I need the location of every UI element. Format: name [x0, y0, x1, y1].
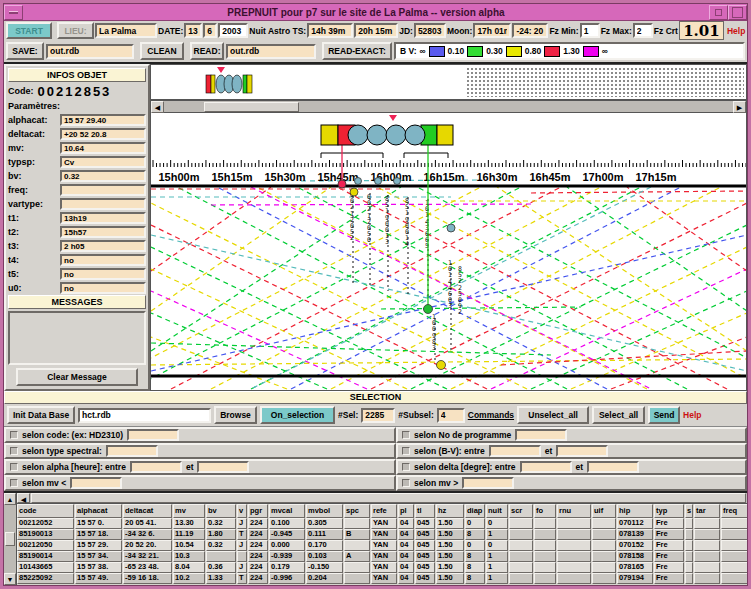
object-param-field[interactable]: no — [60, 268, 146, 280]
send-button[interactable]: Send — [648, 406, 680, 424]
table-header-cell[interactable]: spc — [344, 504, 370, 518]
table-row[interactable]: 8519001415 57 34.-34 32 21.10.3224-0.939… — [17, 551, 747, 562]
restore-button[interactable] — [709, 5, 728, 20]
lieu-input[interactable] — [95, 23, 157, 38]
table-header-cell[interactable]: uif — [592, 504, 616, 518]
minimize-button[interactable] — [4, 5, 23, 20]
table-scroll-left-icon[interactable]: ◀ — [17, 493, 30, 503]
table-hscrollbar[interactable]: ◀ — [17, 493, 747, 504]
commands-menu[interactable]: Commands — [468, 410, 514, 420]
criteria-input[interactable] — [587, 461, 639, 473]
scroll-down-icon[interactable]: ▼ — [4, 573, 16, 585]
jd-input[interactable] — [414, 23, 446, 38]
criteria-checkbox[interactable] — [402, 447, 410, 455]
ts-start-input[interactable] — [307, 23, 353, 38]
object-param-field[interactable]: no — [60, 254, 146, 266]
fzmin-input[interactable] — [580, 23, 600, 38]
chart-scrollbar[interactable]: ◀ ▶ — [151, 101, 746, 113]
criteria-input[interactable] — [106, 445, 158, 457]
table-row[interactable]: 0021205215 57 0.20 05 41.13.300.32J2240.… — [17, 518, 747, 529]
save-button[interactable]: SAVE: — [6, 42, 44, 60]
object-param-field[interactable]: 15h57 — [60, 226, 146, 238]
object-param-field[interactable]: no — [60, 282, 146, 294]
title-bar[interactable]: PREPNUIT pour p7 sur le site de La Palma… — [4, 4, 747, 21]
help-button-top[interactable]: Help — [727, 26, 745, 36]
table-header-cell[interactable]: freq — [721, 504, 747, 518]
object-param-field[interactable]: +20 52 20.8 — [60, 128, 146, 140]
object-param-field[interactable]: 10.64 — [60, 142, 146, 154]
object-param-field[interactable]: 0.32 — [60, 170, 146, 182]
scroll-up-icon[interactable]: ▲ — [4, 493, 16, 505]
database-input[interactable] — [78, 408, 211, 423]
table-header-cell[interactable]: mvcal — [269, 504, 305, 518]
browse-button[interactable]: Browse — [214, 406, 257, 424]
table-vscrollbar[interactable]: ▲ ▼ — [4, 493, 17, 585]
table-header-cell[interactable]: pgr — [248, 504, 268, 518]
criteria-input[interactable] — [197, 461, 249, 473]
table-header-cell[interactable]: scr — [509, 504, 533, 518]
object-param-field[interactable]: 15 57 29.40 — [60, 114, 146, 126]
table-header-cell[interactable]: alphacat — [75, 504, 122, 518]
read-exact-button[interactable]: READ-EXACT: — [322, 42, 392, 60]
scroll-left-icon[interactable]: ◀ — [151, 101, 164, 113]
criteria-input[interactable] — [127, 429, 179, 441]
table-header-cell[interactable]: hip — [617, 504, 653, 518]
table-header-cell[interactable]: mvbol — [306, 504, 343, 518]
moon-ra-input[interactable] — [473, 23, 511, 38]
start-button[interactable]: START — [6, 22, 52, 39]
help-button-selection[interactable]: Help — [683, 410, 701, 420]
table-header-cell[interactable]: fo — [534, 504, 556, 518]
maximize-button[interactable] — [728, 5, 747, 20]
criteria-checkbox[interactable] — [10, 479, 18, 487]
table-header-cell[interactable]: pl — [398, 504, 414, 518]
date-year-input[interactable] — [218, 23, 248, 38]
table-header-cell[interactable]: v — [237, 504, 247, 518]
clear-message-button[interactable]: Clear Message — [16, 368, 138, 386]
ts-end-input[interactable] — [354, 23, 398, 38]
table-row[interactable]: 0021205015 57 29.20 52 20.10.540.32J2240… — [17, 540, 747, 551]
table-row[interactable]: 1014366515 57 38.-65 23 48.8.040.36J2240… — [17, 562, 747, 573]
scroll-thumb[interactable] — [204, 102, 299, 112]
criteria-checkbox[interactable] — [10, 447, 18, 455]
criteria-input[interactable] — [489, 445, 541, 457]
read-button[interactable]: READ: — [190, 42, 224, 60]
object-param-field[interactable] — [60, 184, 146, 196]
table-header-cell[interactable]: hz — [436, 504, 464, 518]
criteria-checkbox[interactable] — [402, 431, 410, 439]
criteria-input[interactable] — [520, 461, 572, 473]
select-all-button[interactable]: Select_all — [592, 406, 645, 424]
criteria-input[interactable] — [515, 429, 567, 441]
save-file-input[interactable] — [46, 44, 134, 59]
vscroll-thumb[interactable] — [5, 532, 15, 546]
table-header-cell[interactable]: deltacat — [123, 504, 172, 518]
criteria-checkbox[interactable] — [402, 463, 410, 471]
read-file-input[interactable] — [226, 44, 316, 59]
table-header-cell[interactable]: diap — [465, 504, 485, 518]
moon-dec-input[interactable] — [512, 23, 548, 38]
table-row[interactable]: 8519001315 57 18.-34 32 6.11.191.80T224-… — [17, 529, 747, 540]
table-header-cell[interactable]: code — [17, 504, 74, 518]
lieu-button[interactable]: LIEU: — [57, 22, 94, 39]
object-param-field[interactable]: 2 h05 — [60, 240, 146, 252]
clean-button[interactable]: CLEAN — [140, 42, 184, 60]
criteria-input[interactable] — [556, 445, 608, 457]
table-header-cell[interactable]: mv — [173, 504, 205, 518]
criteria-input[interactable] — [70, 477, 122, 489]
table-header-cell[interactable]: tl — [415, 504, 435, 518]
table-hscroll-thumb[interactable] — [31, 493, 746, 503]
table-header-cell[interactable]: refe — [371, 504, 397, 518]
table-header-cell[interactable]: rnu — [557, 504, 591, 518]
object-param-field[interactable] — [60, 198, 146, 210]
object-param-field[interactable]: Cv — [60, 156, 146, 168]
date-day-input[interactable] — [184, 23, 202, 38]
on-selection-button[interactable]: On_selection — [260, 406, 335, 424]
chart-overview-strip[interactable] — [151, 65, 746, 101]
criteria-input[interactable] — [462, 477, 514, 489]
table-header-cell[interactable]: tar — [694, 504, 720, 518]
table-header-cell[interactable]: s — [685, 504, 693, 518]
table-header-cell[interactable]: typ — [654, 504, 684, 518]
scroll-right-icon[interactable]: ▶ — [733, 101, 746, 113]
init-db-button[interactable]: Init Data Base — [7, 406, 75, 424]
unselect-all-button[interactable]: Unselect_all — [517, 406, 589, 424]
criteria-checkbox[interactable] — [10, 463, 18, 471]
